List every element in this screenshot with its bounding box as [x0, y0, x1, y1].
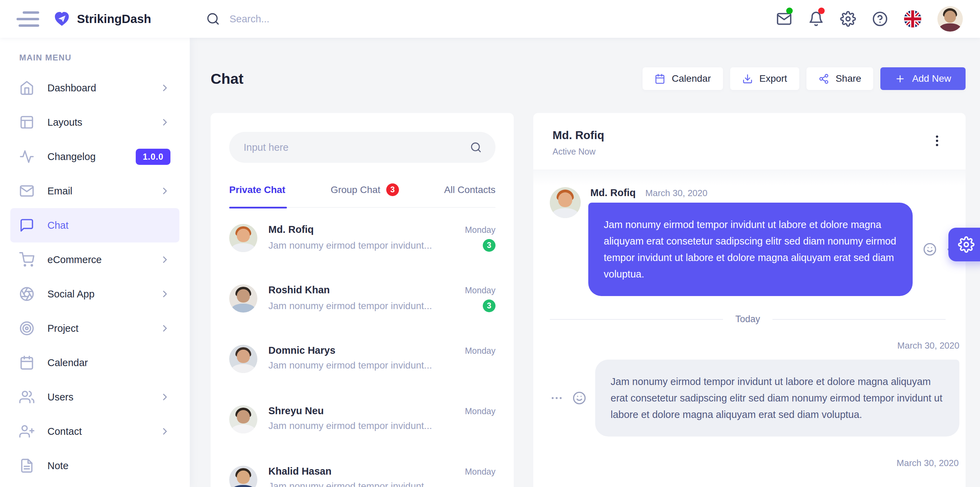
list-item[interactable]: Shreyu NeuMonday Jam nonumy eirmod tempo… [229, 389, 495, 450]
page-actions: Calendar Export Share Add New [643, 67, 966, 90]
sidebar-item-social-app[interactable]: Social App [10, 277, 179, 311]
sidebar-menu: Dashboard Layouts Changelog 1.0.0 Email … [0, 71, 190, 483]
avatar [229, 345, 258, 373]
mail-icon[interactable] [776, 11, 792, 27]
conversation-name: Md. Rofiq [268, 224, 314, 235]
chat-list-panel: Private Chat Group Chat 3 All Contacts M… [211, 113, 514, 487]
search-icon[interactable] [470, 141, 482, 153]
chevron-right-icon [159, 82, 170, 94]
chat-tabs: Private Chat Group Chat 3 All Contacts [229, 183, 495, 196]
avatar [229, 284, 258, 313]
aperture-icon [19, 286, 34, 301]
sidebar-item-calendar[interactable]: Calendar [10, 346, 179, 380]
brand-name: StrikingDash [77, 12, 151, 26]
conversation-preview: Jam nonumy eirmod tempor invidunt... [268, 481, 432, 487]
conversation-list: Md. RofiqMonday Jam nonumy eirmod tempor… [229, 208, 495, 487]
gear-icon [958, 236, 975, 253]
bell-icon[interactable] [808, 11, 824, 27]
message-sender: Md. Rofiq [590, 187, 636, 198]
hamburger-menu-icon[interactable] [16, 11, 39, 27]
help-icon[interactable] [872, 11, 888, 27]
conversation-time: Monday [465, 346, 495, 356]
list-item[interactable]: Roshid KhanMonday Jam nonumy eirmod temp… [229, 268, 495, 329]
conversation-title: Md. Rofiq [552, 129, 604, 142]
page-title: Chat [211, 70, 243, 87]
sidebar-item-label: Dashboard [48, 82, 96, 94]
conversation-time: Monday [465, 467, 495, 477]
conversation-panel: Md. Rofiq Active Now Md. Rofiq March 30,… [533, 113, 966, 487]
button-label: Share [836, 73, 861, 84]
sidebar-item-label: Chat [48, 220, 68, 231]
add-new-button[interactable]: Add New [880, 67, 966, 90]
avatar [229, 405, 258, 433]
list-item[interactable]: Domnic HarysMonday Jam nonumy eirmod tem… [229, 329, 495, 389]
conversation-name: Roshid Khan [268, 284, 330, 296]
sidebar-item-dashboard[interactable]: Dashboard [10, 71, 179, 105]
share-icon [818, 73, 829, 84]
message-bubble-outgoing: Jam nonumy eirmod tempor invidunt ut lab… [595, 360, 959, 436]
settings-fab[interactable] [948, 228, 980, 261]
more-horizontal-icon[interactable] [550, 391, 563, 405]
target-icon [19, 321, 34, 336]
shopping-cart-icon [19, 252, 34, 267]
top-bar-left: StrikingDash [0, 10, 190, 28]
user-avatar[interactable] [937, 6, 963, 32]
chevron-right-icon [159, 323, 170, 334]
settings-icon[interactable] [840, 11, 856, 27]
chevron-right-icon [159, 186, 170, 197]
uk-flag-icon[interactable] [904, 10, 921, 27]
message-date: March 30, 2020 [897, 340, 959, 351]
list-item[interactable]: Md. RofiqMonday Jam nonumy eirmod tempor… [229, 208, 495, 268]
main-content: Chat Calendar Export Share Add New [190, 38, 980, 487]
export-button[interactable]: Export [730, 67, 799, 90]
chevron-right-icon [159, 426, 170, 437]
tab-label: Group Chat [331, 184, 380, 195]
conversation-header: Md. Rofiq Active Now [533, 113, 966, 170]
users-icon [19, 389, 34, 405]
sidebar-item-label: Project [48, 323, 78, 334]
smile-icon[interactable] [573, 391, 586, 405]
tab-all-contacts[interactable]: All Contacts [444, 184, 495, 195]
calendar-button[interactable]: Calendar [643, 67, 723, 90]
sidebar-item-contact[interactable]: Contact [10, 414, 179, 449]
share-button[interactable]: Share [807, 67, 873, 90]
message-bubble-incoming: Jam nonumy eirmod tempor invidunt ut lab… [588, 203, 913, 296]
conversation-preview: Jam nonumy eirmod tempor invidunt... [268, 360, 432, 371]
chevron-right-icon [159, 254, 170, 265]
sidebar-item-layouts[interactable]: Layouts [10, 105, 179, 140]
sidebar-item-label: Users [48, 392, 73, 403]
sidebar-item-ecommerce[interactable]: eCommerce [10, 243, 179, 277]
group-chat-count-badge: 3 [386, 183, 399, 196]
search-icon [206, 12, 220, 26]
active-tab-indicator [229, 207, 287, 208]
tab-private-chat[interactable]: Private Chat [229, 184, 285, 195]
message-date: March 30, 2020 [550, 458, 959, 468]
sidebar-item-email[interactable]: Email [10, 174, 179, 208]
sidebar-item-users[interactable]: Users [10, 380, 179, 414]
sidebar-item-label: Contact [48, 426, 82, 437]
home-icon [19, 80, 34, 95]
conversation-name: Khalid Hasan [268, 466, 332, 477]
mail-status-dot [786, 8, 793, 14]
smile-icon[interactable] [923, 243, 937, 256]
page-header: Chat Calendar Export Share Add New [211, 67, 966, 90]
sidebar-item-project[interactable]: Project [10, 311, 179, 346]
sidebar-item-label: Note [48, 460, 68, 471]
brand-logo[interactable]: StrikingDash [53, 10, 151, 28]
unread-count-badge: 3 [483, 239, 495, 252]
sidebar-item-changelog[interactable]: Changelog 1.0.0 [10, 140, 179, 174]
brand-heart-icon [53, 10, 71, 28]
chevron-right-icon [159, 289, 170, 300]
tab-group-chat[interactable]: Group Chat 3 [331, 183, 399, 196]
chat-search-input[interactable] [243, 141, 470, 154]
calendar-icon [19, 355, 34, 370]
sidebar-item-chat[interactable]: Chat [10, 208, 179, 243]
conversation-name: Domnic Harys [268, 345, 336, 356]
sidebar-item-label: eCommerce [48, 254, 102, 265]
more-vertical-icon[interactable] [930, 133, 944, 148]
sidebar-item-note[interactable]: Note [10, 449, 179, 483]
bell-status-dot [818, 8, 825, 14]
sidebar: MAIN MENU Dashboard Layouts Changelog 1.… [0, 38, 190, 487]
search-input[interactable] [229, 13, 469, 25]
list-item[interactable]: Khalid HasanMonday Jam nonumy eirmod tem… [229, 450, 495, 487]
